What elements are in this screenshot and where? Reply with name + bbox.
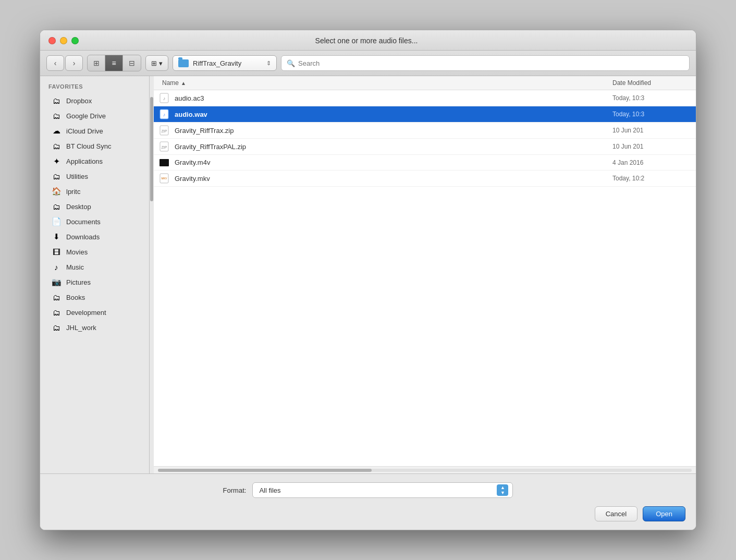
sidebar-item-label: JHL_work (66, 324, 96, 332)
sidebar-item-music[interactable]: ♪ Music (43, 260, 146, 274)
sidebar-item-books[interactable]: 🗂 Books (43, 290, 146, 305)
sidebar-item-icloud-drive[interactable]: ☁ iCloud Drive (43, 124, 146, 138)
sidebar-item-label: iCloud Drive (66, 127, 103, 135)
arrange-icon: ⊞ (151, 59, 157, 67)
back-icon: ‹ (54, 59, 57, 67)
forward-button[interactable]: › (65, 55, 83, 71)
file-icon (154, 159, 175, 166)
downloads-icon: ⬇ (52, 232, 61, 241)
sidebar-item-label: Development (66, 309, 106, 316)
sidebar-item-label: Pictures (66, 278, 91, 286)
cancel-button[interactable]: Cancel (595, 506, 637, 521)
google-drive-icon: 🗂 (52, 111, 61, 120)
sidebar: Favorites 🗂 Dropbox 🗂 Google Drive ☁ iCl… (40, 76, 150, 473)
music-icon: ♪ (52, 262, 61, 272)
arrange-caret-icon: ▾ (159, 59, 163, 67)
search-input[interactable] (298, 59, 684, 67)
sidebar-item-label: Desktop (66, 203, 91, 211)
sidebar-item-development[interactable]: 🗂 Development (43, 305, 146, 320)
column-date[interactable]: Date Modified (612, 79, 696, 87)
pictures-icon: 📷 (52, 277, 61, 287)
current-folder-label: RiffTrax_Gravity (193, 59, 262, 67)
file-name: audio.ac3 (175, 94, 612, 102)
file-icon: ♪ (154, 109, 175, 119)
sidebar-item-label: BT Cloud Sync (66, 142, 111, 150)
file-date: 4 Jan 2016 (612, 159, 696, 166)
format-select-value: All files (259, 486, 493, 494)
icon-view-icon: ⊞ (93, 59, 100, 67)
file-list: ♪ audio.ac3 Today, 10:3 ♪ audio.wav (154, 90, 696, 466)
file-icon: ZIP (154, 125, 175, 136)
sidebar-scrollbar[interactable] (150, 76, 154, 473)
table-row[interactable]: ZIP Gravity_RiffTraxPAL.zip 10 Jun 201 (154, 139, 696, 155)
development-icon: 🗂 (52, 308, 61, 317)
column-view-button[interactable]: ⊟ (123, 55, 141, 71)
sidebar-item-dropbox[interactable]: 🗂 Dropbox (43, 93, 146, 108)
file-icon: ZIP (154, 141, 175, 152)
file-list-header: Name ▲ Date Modified (154, 76, 696, 90)
arrange-button[interactable]: ⊞ ▾ (145, 55, 168, 71)
sidebar-item-applications[interactable]: ✦ Applications (43, 154, 146, 168)
file-date: Today, 10:3 (612, 94, 696, 102)
format-select-arrows-icon: ▲ ▼ (497, 484, 508, 496)
nav-buttons: ‹ › (46, 55, 83, 71)
bt-cloud-sync-icon: 🗂 (52, 141, 61, 151)
sidebar-item-lpritc[interactable]: 🏠 lpritc (43, 184, 146, 199)
sidebar-item-google-drive[interactable]: 🗂 Google Drive (43, 108, 146, 123)
sidebar-item-label: Downloads (66, 233, 100, 241)
documents-icon: 📄 (52, 217, 61, 226)
sidebar-scrollbar-thumb (150, 97, 153, 201)
sidebar-item-label: lpritc (66, 188, 80, 196)
main-content: Favorites 🗂 Dropbox 🗂 Google Drive ☁ iCl… (40, 76, 696, 473)
format-row: Format: All files ▲ ▼ (51, 482, 685, 498)
column-name[interactable]: Name ▲ (154, 79, 612, 87)
sidebar-item-jhl-work[interactable]: 🗂 JHL_work (43, 320, 146, 335)
dropbox-icon: 🗂 (52, 96, 61, 105)
bottom-panel: Format: All files ▲ ▼ Cancel Open (40, 473, 696, 530)
folder-icon (178, 59, 189, 67)
sidebar-item-bt-cloud-sync[interactable]: 🗂 BT Cloud Sync (43, 139, 146, 153)
movies-icon: 🎞 (52, 247, 61, 257)
applications-icon: ✦ (52, 156, 61, 166)
file-icon: ♪ (154, 93, 175, 103)
svg-text:♪: ♪ (163, 112, 166, 117)
sidebar-item-documents[interactable]: 📄 Documents (43, 214, 146, 229)
table-row[interactable]: ♪ audio.wav Today, 10:3 (154, 106, 696, 123)
table-row[interactable]: ♪ audio.ac3 Today, 10:3 (154, 90, 696, 106)
horizontal-scrollbar[interactable] (154, 466, 696, 473)
jhl-work-icon: 🗂 (52, 323, 61, 332)
search-icon: 🔍 (287, 59, 295, 67)
sidebar-item-downloads[interactable]: ⬇ Downloads (43, 229, 146, 244)
folder-chevron-icon: ⇕ (266, 60, 271, 67)
sidebar-item-pictures[interactable]: 📷 Pictures (43, 275, 146, 289)
format-select[interactable]: All files ▲ ▼ (252, 482, 513, 498)
sidebar-item-label: Utilities (66, 173, 88, 180)
file-pane: Name ▲ Date Modified ♪ audio.ac3 Today, … (154, 76, 696, 473)
svg-text:♪: ♪ (163, 96, 166, 101)
back-button[interactable]: ‹ (46, 55, 64, 71)
icloud-drive-icon: ☁ (52, 126, 61, 136)
format-label: Format: (223, 486, 247, 494)
file-name: Gravity_RiffTrax.zip (175, 127, 612, 135)
icon-view-button[interactable]: ⊞ (88, 55, 105, 71)
file-date: 10 Jun 201 (612, 127, 696, 134)
folder-selector[interactable]: RiffTrax_Gravity ⇕ (173, 55, 277, 71)
table-row[interactable]: Gravity.m4v 4 Jan 2016 (154, 155, 696, 171)
table-row[interactable]: MKV Gravity.mkv Today, 10:2 (154, 171, 696, 187)
sidebar-item-desktop[interactable]: 🗂 Desktop (43, 199, 146, 214)
titlebar: Select one or more audio files... (40, 30, 696, 51)
sidebar-item-label: Music (66, 263, 84, 271)
file-name: Gravity.m4v (175, 159, 612, 166)
table-row[interactable]: ZIP Gravity_RiffTrax.zip 10 Jun 201 (154, 123, 696, 139)
sidebar-item-movies[interactable]: 🎞 Movies (43, 245, 146, 259)
search-box[interactable]: 🔍 (281, 55, 690, 71)
desktop-icon: 🗂 (52, 202, 61, 211)
open-button[interactable]: Open (643, 506, 685, 521)
file-icon: MKV (154, 173, 175, 184)
file-date: 10 Jun 201 (612, 143, 696, 150)
svg-text:ZIP: ZIP (162, 145, 167, 149)
list-view-button[interactable]: ≡ (105, 55, 123, 71)
lpritc-icon: 🏠 (52, 187, 61, 196)
sidebar-item-utilities[interactable]: 🗂 Utilities (43, 169, 146, 184)
books-icon: 🗂 (52, 293, 61, 302)
